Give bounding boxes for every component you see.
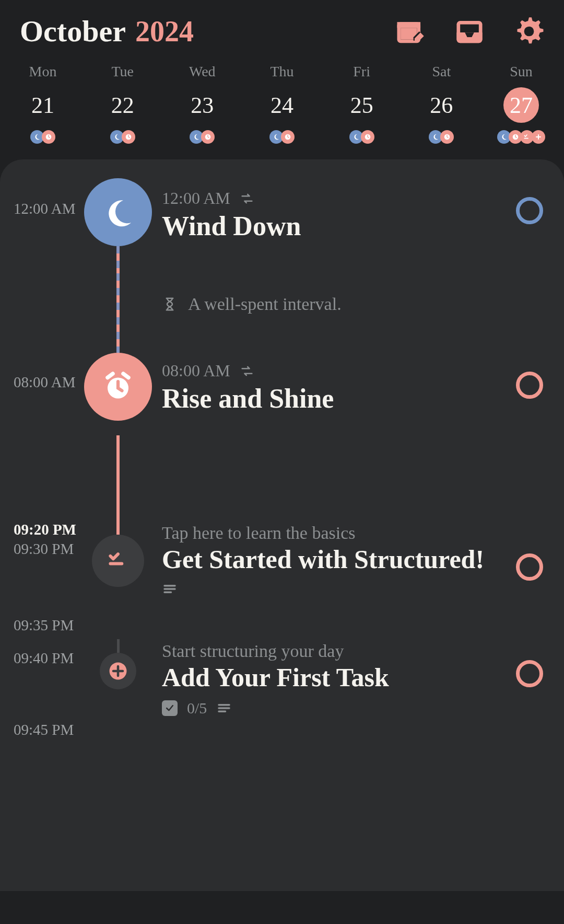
interval-text: A well-spent interval. — [188, 294, 342, 314]
day-of-week-label: Sun — [510, 63, 533, 80]
time-label: 09:45 PM — [14, 721, 81, 738]
rise-node[interactable] — [84, 353, 152, 421]
day-of-week-label: Sat — [432, 63, 451, 80]
hourglass-icon — [162, 296, 178, 312]
clock-dot-icon — [440, 130, 454, 144]
get-started-node[interactable] — [92, 535, 144, 587]
day-indicators — [430, 130, 453, 144]
settings-gear-icon[interactable] — [514, 16, 544, 47]
add-task-node[interactable] — [100, 653, 136, 689]
month-year-title[interactable]: October 2024 — [20, 14, 194, 49]
clock-dot-icon — [361, 130, 374, 144]
day-sat[interactable]: Sat 26 — [410, 63, 473, 144]
event-time: 08:00 AM — [162, 361, 230, 380]
time-label: 12:00 AM — [14, 178, 81, 217]
day-number: 23 — [184, 87, 220, 123]
clock-dot-icon — [201, 130, 215, 144]
event-title-add-task[interactable]: Add Your First Task — [162, 663, 509, 692]
repeat-icon — [240, 364, 254, 378]
day-sun[interactable]: Sun 27 — [490, 63, 553, 144]
day-indicators — [350, 130, 373, 144]
day-indicators — [498, 130, 544, 144]
moon-icon — [102, 197, 134, 228]
event-time: 12:00 AM — [162, 189, 230, 208]
day-of-week-label: Fri — [353, 63, 370, 80]
subtask-progress: 0/5 — [187, 699, 207, 717]
subtask-checkbox-icon — [162, 700, 178, 716]
repeat-icon — [240, 191, 254, 206]
month-label: October — [20, 14, 126, 49]
day-fri[interactable]: Fri 25 — [331, 63, 393, 144]
event-subtitle: Start structuring your day — [162, 641, 509, 661]
time-label: 09:30 PM — [14, 540, 81, 558]
day-number: 24 — [264, 87, 300, 123]
day-indicators — [271, 130, 293, 144]
notes-icon — [162, 581, 178, 597]
current-time: 09:20 PM — [14, 521, 81, 538]
day-number: 21 — [25, 87, 61, 123]
complete-ring[interactable] — [516, 553, 543, 581]
day-mon[interactable]: Mon 21 — [11, 63, 74, 144]
alarm-clock-icon — [102, 371, 134, 402]
svg-rect-16 — [397, 22, 420, 28]
svg-point-19 — [524, 26, 534, 36]
clock-dot-icon — [281, 130, 295, 144]
day-of-week-label: Wed — [189, 63, 216, 80]
event-title-wind-down[interactable]: Wind Down — [162, 211, 509, 241]
day-indicators — [31, 130, 54, 144]
complete-ring[interactable] — [516, 197, 543, 224]
wind-down-node[interactable] — [84, 178, 152, 246]
complete-ring[interactable] — [516, 372, 543, 399]
day-indicators — [111, 130, 134, 144]
day-tue[interactable]: Tue 22 — [91, 63, 154, 144]
day-number: 25 — [344, 87, 380, 123]
checklist-icon — [107, 549, 130, 572]
calendar-edit-icon[interactable] — [395, 16, 425, 47]
notes-icon — [216, 700, 232, 716]
day-of-week-label: Mon — [29, 63, 57, 80]
day-of-week-label: Thu — [270, 63, 293, 80]
day-number: 27 — [503, 87, 539, 123]
time-label: 08:00 AM — [14, 346, 81, 391]
event-subtitle: Tap here to learn the basics — [162, 523, 509, 543]
plus-icon — [109, 662, 127, 680]
day-thu[interactable]: Thu 24 — [251, 63, 313, 144]
clock-dot-icon — [42, 130, 55, 144]
plus-dot-icon — [532, 130, 545, 144]
clock-dot-icon — [122, 130, 135, 144]
year-label: 2024 — [135, 15, 194, 48]
day-indicators — [191, 130, 214, 144]
event-title-get-started[interactable]: Get Started with Structured! — [162, 545, 509, 574]
complete-ring[interactable] — [516, 660, 543, 687]
time-label: 09:35 PM — [14, 617, 81, 634]
event-title-rise[interactable]: Rise and Shine — [162, 384, 509, 413]
day-number: 22 — [105, 87, 140, 123]
day-wed[interactable]: Wed 23 — [171, 63, 233, 144]
inbox-icon[interactable] — [454, 16, 485, 47]
time-label: 09:40 PM — [14, 650, 81, 667]
day-of-week-label: Tue — [111, 63, 134, 80]
svg-rect-18 — [460, 24, 479, 32]
day-number: 26 — [424, 87, 459, 123]
